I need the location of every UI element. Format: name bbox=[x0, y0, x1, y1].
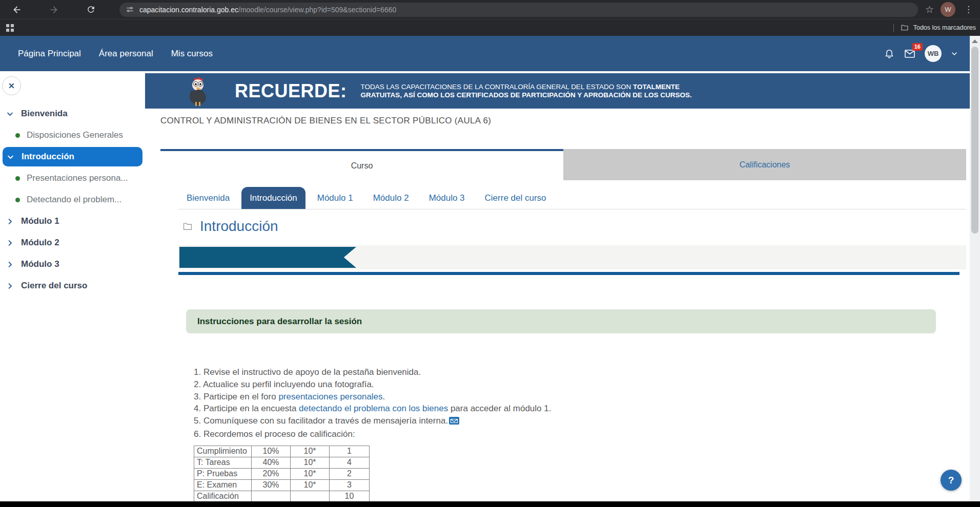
course-tabs: CursoCalificaciones bbox=[160, 149, 966, 180]
chevron-down-icon bbox=[6, 110, 14, 118]
forward-icon[interactable] bbox=[48, 4, 59, 15]
sidebar-item-modulo-1[interactable]: Módulo 1 bbox=[0, 210, 145, 232]
sidebar-item-label: Presentaciones persona... bbox=[27, 173, 128, 183]
subtab-bienvenida[interactable]: Bienvenida bbox=[178, 187, 238, 209]
instruction-text: para acceder al módulo 1. bbox=[448, 404, 551, 413]
course-index-sidebar: BienvenidaDisposiciones GeneralesIntrodu… bbox=[0, 71, 145, 507]
navbar-user-area: 16 WB bbox=[884, 45, 958, 62]
close-drawer-button[interactable] bbox=[2, 76, 21, 95]
sidebar-item-detectando-el-problem[interactable]: Detectando el problem... bbox=[0, 189, 145, 210]
course-title: CONTROL Y ADMINISTRACIÓN DE BIENES EN EL… bbox=[160, 116, 970, 126]
sidebar-item-label: Detectando el problem... bbox=[27, 195, 121, 205]
sidebar-item-modulo-3[interactable]: Módulo 3 bbox=[0, 253, 145, 275]
sidebar-item-introduccion[interactable]: Introducción bbox=[3, 147, 142, 166]
grading-table-row: P: Pruebas20%10*2 bbox=[194, 468, 370, 479]
instruction-text: 6. Recordemos el proceso de calificación… bbox=[194, 429, 355, 439]
sidebar-item-bienvenida[interactable]: Bienvenida bbox=[0, 103, 145, 124]
chevron-right-icon bbox=[6, 261, 14, 268]
apps-grid-icon[interactable] bbox=[6, 24, 14, 32]
grading-table-cell: 30% bbox=[252, 479, 291, 491]
grading-table-cell: 40% bbox=[252, 457, 291, 468]
browser-actions: ☆ W ⋮ bbox=[925, 2, 975, 17]
chevron-down-icon[interactable] bbox=[950, 50, 958, 58]
back-icon[interactable] bbox=[11, 4, 23, 15]
site-navbar: Página PrincipalÁrea personalMis cursos … bbox=[0, 36, 970, 71]
chevron-right-icon bbox=[6, 218, 14, 225]
scroll-up-arrow-icon[interactable] bbox=[972, 39, 978, 43]
banner-line1-bold: TOTALMENTE bbox=[633, 83, 680, 91]
navbar-link-pagina-principal[interactable]: Página Principal bbox=[18, 49, 81, 59]
blue-divider bbox=[178, 272, 959, 275]
url-path: /moodle/course/view.php?id=509&sectionid… bbox=[238, 6, 396, 14]
grading-table-cell: 1 bbox=[330, 446, 370, 457]
bookmark-star-icon[interactable]: ☆ bbox=[925, 5, 934, 14]
grading-table-row: T: Tareas40%10*4 bbox=[194, 457, 370, 468]
bookmarks-bar: Todos los marcadores bbox=[0, 19, 980, 36]
grading-table-cell: 10* bbox=[291, 468, 330, 479]
url-text: capacitacion.contraloria.gob.ec/moodle/c… bbox=[139, 6, 396, 14]
messages-badge: 16 bbox=[912, 43, 923, 51]
user-avatar[interactable]: WB bbox=[925, 45, 942, 62]
main-content: RECUERDE: TODAS LAS CAPACITACIONES DE LA… bbox=[145, 71, 970, 507]
sidebar-item-label: Cierre del curso bbox=[21, 281, 87, 291]
all-bookmarks[interactable]: Todos los marcadores bbox=[893, 24, 976, 32]
section-tabs: BienvenidaIntroducciónMódulo 1Módulo 2Mó… bbox=[178, 187, 966, 209]
instruction-list: 1. Revise el instructivo de apoyo de la … bbox=[194, 366, 970, 440]
subtab-modulo-1[interactable]: Módulo 1 bbox=[309, 187, 361, 209]
tab-calificaciones[interactable]: Calificaciones bbox=[563, 149, 966, 180]
url-domain: capacitacion.contraloria.gob.ec bbox=[139, 6, 238, 14]
navbar-link-area-personal[interactable]: Área personal bbox=[99, 49, 153, 59]
grading-table-row: Cumplimiento10%10*1 bbox=[194, 446, 370, 457]
reload-icon[interactable] bbox=[85, 4, 96, 15]
grading-table-cell bbox=[252, 491, 291, 502]
help-button[interactable]: ? bbox=[941, 470, 962, 491]
sidebar-item-cierre-del-curso[interactable]: Cierre del curso bbox=[0, 275, 145, 297]
sidebar-item-disposiciones-generales[interactable]: Disposiciones Generales bbox=[0, 124, 145, 146]
sidebar-item-label: Módulo 3 bbox=[21, 259, 59, 269]
activity-status-dot bbox=[15, 133, 20, 138]
bookmarks-bar-label: Todos los marcadores bbox=[913, 24, 976, 31]
mascot-image bbox=[183, 76, 213, 107]
instruction-text: 1. Revise el instructivo de apoyo de la … bbox=[194, 367, 421, 377]
notifications-bell-icon[interactable] bbox=[884, 48, 895, 59]
sidebar-item-label: Módulo 1 bbox=[21, 216, 59, 226]
grading-table-cell: P: Pruebas bbox=[194, 468, 252, 479]
banner-text: TODAS LAS CAPACITACIONES DE LA CONTRALOR… bbox=[361, 83, 692, 99]
chevron-down-icon bbox=[7, 153, 15, 161]
subtab-modulo-3[interactable]: Módulo 3 bbox=[421, 187, 473, 209]
section-heading: Introducción bbox=[182, 218, 970, 235]
grading-table-cell: 2 bbox=[330, 468, 370, 479]
site-info-icon[interactable] bbox=[126, 5, 134, 14]
browser-profile-avatar[interactable]: W bbox=[941, 2, 955, 17]
grading-table-row: Calificación10 bbox=[194, 491, 370, 502]
grading-table-cell: 3 bbox=[330, 479, 370, 491]
instruction-text: 3. Participe en el foro bbox=[194, 392, 278, 402]
instruction-item: 6. Recordemos el proceso de calificación… bbox=[194, 428, 970, 440]
sidebar-item-label: Introducción bbox=[22, 152, 74, 162]
tab-curso[interactable]: Curso bbox=[160, 149, 563, 180]
url-bar[interactable]: capacitacion.contraloria.gob.ec/moodle/c… bbox=[119, 3, 918, 17]
message-envelope-icon[interactable] bbox=[449, 416, 459, 428]
grading-table-cell: 10* bbox=[291, 457, 330, 468]
sidebar-item-modulo-2[interactable]: Módulo 2 bbox=[0, 232, 145, 253]
messages-envelope-icon[interactable]: 16 bbox=[904, 48, 916, 60]
link-presentaciones-personales[interactable]: presentaciones personales bbox=[278, 392, 382, 402]
subtab-modulo-2[interactable]: Módulo 2 bbox=[365, 187, 417, 209]
subtab-cierre-del-curso[interactable]: Cierre del curso bbox=[477, 187, 555, 209]
grading-table-cell: 4 bbox=[330, 457, 370, 468]
sidebar-item-presentaciones-persona[interactable]: Presentaciones persona... bbox=[0, 167, 145, 189]
instruction-text: 5. Comuníquese con su facilitador a trav… bbox=[194, 416, 448, 426]
browser-menu-icon[interactable]: ⋮ bbox=[962, 5, 975, 14]
page-scrollbar[interactable] bbox=[970, 36, 980, 507]
subtab-introduccion[interactable]: Introducción bbox=[241, 187, 305, 209]
scrollbar-thumb[interactable] bbox=[971, 47, 978, 234]
grading-table-row: E: Examen30%10*3 bbox=[194, 479, 370, 491]
grading-table-cell: T: Tareas bbox=[194, 457, 252, 468]
navbar-link-mis-cursos[interactable]: Mis cursos bbox=[171, 49, 213, 59]
instruction-text: 2. Actualice su perfil incluyendo una fo… bbox=[194, 379, 374, 389]
instruction-item: 1. Revise el instructivo de apoyo de la … bbox=[194, 366, 970, 378]
navbar-links: Página PrincipalÁrea personalMis cursos bbox=[18, 49, 231, 59]
link-detectando-el-problema-con-los-bienes[interactable]: detectando el problema con los bienes bbox=[299, 404, 448, 413]
chevron-right-icon bbox=[6, 282, 14, 290]
grading-table: Cumplimiento10%10*1T: Tareas40%10*4P: Pr… bbox=[194, 446, 370, 502]
